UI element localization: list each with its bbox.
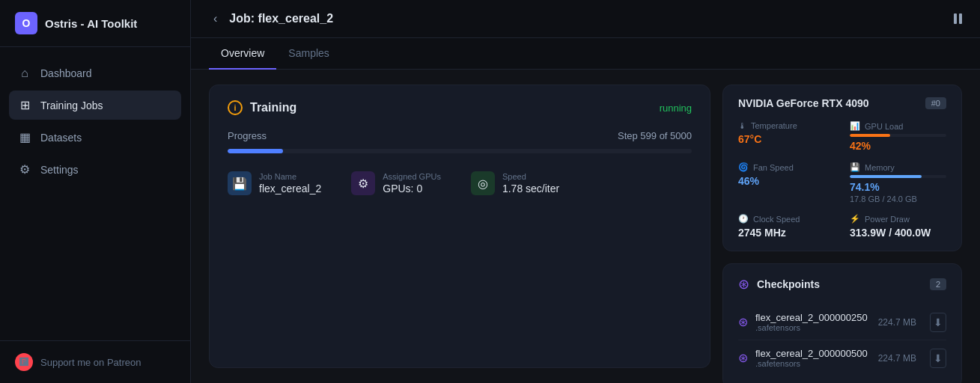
- speed-value: 1.78 sec/iter: [502, 183, 559, 194]
- power-draw-value: 313.9W / 400.0W: [850, 227, 946, 239]
- memory-percent-value: 74.1%: [850, 181, 946, 193]
- speed-label: Speed: [502, 172, 559, 181]
- training-jobs-icon: ⊞: [18, 98, 31, 112]
- job-stats: 💾 Job Name flex_cereal_2 ⚙ Assigned GPUs…: [228, 171, 692, 195]
- checkpoints-card: ⊛ Checkpoints 2 ⊛ flex_cereal_2_00000025…: [722, 263, 962, 383]
- progress-value: Step 599 of 5000: [618, 130, 692, 141]
- checkpoint-ext-0: .safetensors: [755, 323, 871, 332]
- job-name-value: flex_cereal_2: [259, 183, 321, 194]
- pause-bar-right: [959, 13, 962, 24]
- gpu-load-icon: 📊: [850, 121, 860, 131]
- progress-bar-fill: [228, 149, 283, 153]
- download-button-0[interactable]: ⬇: [930, 313, 946, 332]
- assigned-gpus-value: GPUs: 0: [383, 183, 441, 194]
- sidebar-item-training-jobs[interactable]: ⊞ Training Jobs: [9, 91, 181, 120]
- tab-samples[interactable]: Samples: [276, 38, 341, 70]
- fan-speed-icon: 🌀: [738, 162, 749, 172]
- memory-icon: 💾: [850, 162, 860, 172]
- gpu-badge: #0: [925, 97, 946, 109]
- pause-button[interactable]: [954, 13, 962, 24]
- memory-bar-bg: [850, 175, 946, 178]
- power-draw-metric: ⚡ Power Draw 313.9W / 400.0W: [850, 214, 946, 239]
- assigned-gpus-info: Assigned GPUs GPUs: 0: [383, 172, 441, 194]
- speed-stat: ◎ Speed 1.78 sec/iter: [471, 171, 559, 195]
- checkpoint-ext-1: .safetensors: [755, 359, 871, 368]
- header-actions: [954, 13, 962, 24]
- info-icon: i: [228, 100, 243, 115]
- sidebar-item-datasets[interactable]: ▦ Datasets: [9, 123, 181, 152]
- home-icon: ⌂: [18, 67, 31, 80]
- patreon-label: Support me on Patreon: [40, 357, 141, 368]
- progress-header: Progress Step 599 of 5000: [228, 130, 692, 141]
- training-card-header: i Training running: [228, 100, 692, 115]
- gpu-load-label: 📊 GPU Load: [850, 121, 946, 131]
- download-button-1[interactable]: ⬇: [930, 349, 946, 368]
- sidebar: O Ostris - AI Toolkit ⌂ Dashboard ⊞ Trai…: [0, 0, 191, 383]
- assigned-gpus-stat: ⚙ Assigned GPUs GPUs: 0: [351, 171, 441, 195]
- checkpoint-name-0: flex_cereal_2_000000250: [755, 312, 871, 323]
- fan-speed-label: 🌀 Fan Speed: [738, 162, 835, 172]
- sidebar-item-settings[interactable]: ⚙ Settings: [9, 155, 181, 184]
- logo-text: Ostris - AI Toolkit: [45, 17, 137, 30]
- memory-label: 💾 Memory: [850, 162, 946, 172]
- checkpoint-size-1: 224.7 MB: [878, 353, 916, 364]
- gpu-header: NVIDIA GeForce RTX 4090 #0: [738, 97, 946, 109]
- checkpoints-icon: ⊛: [738, 276, 749, 292]
- clock-speed-metric: 🕐 Clock Speed 2745 MHz: [738, 214, 835, 239]
- sidebar-item-label: Datasets: [40, 132, 82, 144]
- training-title: Training: [250, 101, 296, 114]
- job-name-info: Job Name flex_cereal_2: [259, 172, 321, 194]
- power-icon: ⚡: [850, 214, 860, 224]
- temperature-metric: 🌡 Temperature 67°C: [738, 121, 835, 152]
- speed-info: Speed 1.78 sec/iter: [502, 172, 559, 194]
- checkpoints-count: 2: [930, 278, 946, 290]
- memory-bar-fill: [850, 175, 922, 178]
- gpu-load-bar-fill: [850, 134, 890, 137]
- gpu-load-metric: 📊 GPU Load 42%: [850, 121, 946, 152]
- job-name-stat: 💾 Job Name flex_cereal_2: [228, 171, 321, 195]
- checkpoint-file-icon-1: ⊛: [738, 351, 748, 365]
- clock-speed-value: 2745 MHz: [738, 227, 835, 239]
- settings-icon: ⚙: [18, 162, 31, 177]
- sidebar-logo: O Ostris - AI Toolkit: [0, 0, 190, 47]
- fan-speed-value: 46%: [738, 175, 835, 187]
- progress-label: Progress: [228, 130, 267, 141]
- sidebar-item-label: Settings: [40, 164, 79, 176]
- checkpoint-size-0: 224.7 MB: [878, 317, 916, 328]
- memory-detail: 17.8 GB / 24.0 GB: [850, 194, 946, 203]
- progress-section: Progress Step 599 of 5000: [228, 130, 692, 153]
- checkpoint-name-1: flex_cereal_2_000000500: [755, 348, 871, 359]
- assigned-gpus-label: Assigned GPUs: [383, 172, 441, 181]
- checkpoint-info-0: flex_cereal_2_000000250 .safetensors: [755, 312, 871, 332]
- gpu-metrics: 🌡 Temperature 67°C 📊 GPU Load: [738, 121, 946, 239]
- pause-bar-left: [954, 13, 957, 24]
- job-name-label: Job Name: [259, 172, 321, 181]
- clock-icon: 🕐: [738, 214, 749, 224]
- speed-icon: ◎: [471, 171, 495, 195]
- sidebar-item-dashboard[interactable]: ⌂ Dashboard: [9, 59, 181, 88]
- progress-bar-background: [228, 149, 692, 153]
- memory-metric: 💾 Memory 74.1% 17.8 GB / 24.0 GB: [850, 162, 946, 203]
- logo-icon: O: [15, 12, 37, 34]
- assigned-gpus-icon: ⚙: [351, 171, 375, 195]
- checkpoint-item-1: ⊛ flex_cereal_2_000000500 .safetensors 2…: [738, 340, 946, 376]
- fan-speed-metric: 🌀 Fan Speed 46%: [738, 162, 835, 203]
- datasets-icon: ▦: [18, 130, 31, 144]
- gpu-load-bar-bg: [850, 134, 946, 137]
- right-panel: NVIDIA GeForce RTX 4090 #0 🌡 Temperature…: [722, 85, 962, 368]
- sidebar-nav: ⌂ Dashboard ⊞ Training Jobs ▦ Datasets ⚙…: [0, 47, 190, 340]
- back-button[interactable]: ‹: [209, 10, 222, 27]
- sidebar-item-label: Training Jobs: [40, 99, 103, 111]
- sidebar-footer[interactable]: 🅿 Support me on Patreon: [0, 340, 190, 383]
- page-title: Job: flex_cereal_2: [229, 12, 333, 25]
- checkpoint-file-icon-0: ⊛: [738, 315, 748, 329]
- tab-overview[interactable]: Overview: [209, 38, 276, 70]
- content-area: i Training running Progress Step 599 of …: [191, 70, 980, 383]
- checkpoint-item: ⊛ flex_cereal_2_000000250 .safetensors 2…: [738, 304, 946, 340]
- power-draw-label: ⚡ Power Draw: [850, 214, 946, 224]
- gpu-load-value: 42%: [850, 140, 946, 152]
- sidebar-item-label: Dashboard: [40, 67, 92, 79]
- main-content: ‹ Job: flex_cereal_2 Overview Samples i …: [191, 0, 980, 383]
- header: ‹ Job: flex_cereal_2: [191, 0, 980, 38]
- tab-bar: Overview Samples: [191, 38, 980, 70]
